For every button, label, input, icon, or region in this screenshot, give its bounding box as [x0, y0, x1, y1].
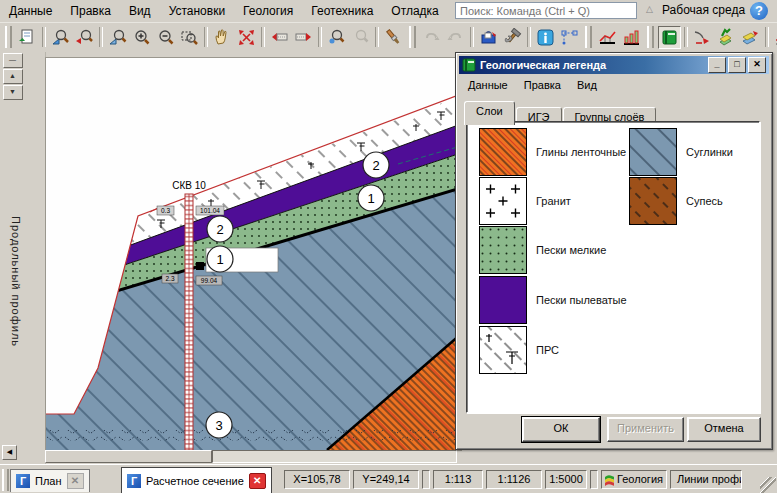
horizontal-scrollbar[interactable]: [45, 450, 457, 463]
window-resize-grip[interactable]: [760, 477, 776, 493]
menu-ustanovki[interactable]: Установки: [160, 1, 234, 21]
zoom-out-icon[interactable]: [154, 26, 177, 49]
borehole-label: СКВ 10: [172, 180, 206, 191]
pan-hand-icon[interactable]: [211, 26, 234, 49]
swatch-sand-fine: [479, 226, 527, 274]
zoom-selection-icon[interactable]: [325, 26, 348, 49]
zoom-previous-icon[interactable]: [73, 26, 96, 49]
dialog-menu-vid[interactable]: Вид: [569, 77, 605, 93]
command-search-input[interactable]: [455, 2, 637, 19]
apply-layers-icon[interactable]: [715, 26, 738, 49]
toolbar-separator: [42, 27, 46, 47]
geology-layers-icon: [605, 474, 614, 486]
dialog-menu-dannye[interactable]: Данные: [460, 77, 516, 93]
profile-arrow-icon[interactable]: [691, 26, 714, 49]
swatch-sandy-loam: [629, 177, 677, 225]
dialog-title: Геологическая легенда: [480, 59, 706, 71]
scale-plan-panel[interactable]: 1:5000: [545, 470, 587, 489]
menu-dannye[interactable]: Данные: [0, 1, 61, 21]
swatch-granite: [479, 177, 527, 225]
paste-profile-icon[interactable]: [16, 26, 39, 49]
toolbar-grip[interactable]: [585, 26, 592, 48]
legend-item-prs[interactable]: ПРС: [479, 326, 559, 374]
measure-icon[interactable]: [558, 26, 581, 49]
geology-mode-panel[interactable]: Геология: [601, 470, 667, 489]
ok-button[interactable]: ОК: [522, 417, 600, 442]
zoom-pointer-icon[interactable]: [106, 26, 129, 49]
zoom-in-icon[interactable]: [130, 26, 153, 49]
legend-label: Супесь: [686, 195, 723, 207]
toolbar-separator: [470, 27, 474, 47]
profile-drawing-canvas[interactable]: СКВ 10 0.3 101.04 2.3 99.04 2 1: [45, 57, 462, 451]
apply-button[interactable]: Применить: [607, 417, 684, 442]
scroll-down-icon[interactable]: ▼: [3, 85, 23, 100]
toolbar-grip[interactable]: [409, 26, 416, 48]
menu-geologiya[interactable]: Геология: [234, 1, 302, 21]
toolbar-grip[interactable]: [647, 26, 654, 48]
sample-marker[interactable]: [196, 262, 204, 270]
doc-tab-label: План: [35, 475, 62, 487]
menu-geotehnika[interactable]: Геотехника: [302, 1, 382, 21]
undo-icon[interactable]: [420, 26, 443, 49]
legend-item-banded-clay[interactable]: Глины ленточные: [479, 128, 626, 176]
profile-chart-icon[interactable]: [596, 26, 619, 49]
zoom-object-icon[interactable]: [49, 26, 72, 49]
close-tab-icon[interactable]: ✕: [249, 473, 266, 489]
zoom-extents-icon[interactable]: [235, 26, 258, 49]
profile-lines-panel[interactable]: Линии профилей: [670, 470, 742, 489]
legend-label: Суглинки: [686, 146, 733, 158]
edit-layers-icon[interactable]: [739, 26, 762, 49]
svg-text:2: 2: [216, 222, 223, 237]
toolbar-separator: [204, 27, 208, 47]
scale-horizontal-panel[interactable]: 1:1126: [486, 470, 542, 489]
toolbox-icon[interactable]: [477, 26, 500, 49]
doc-tab-raschetnoe-sechenie[interactable]: Г Расчетное сечение ✕: [121, 467, 272, 493]
repaint-brush-icon[interactable]: [382, 26, 405, 49]
menu-otladka[interactable]: Отладка: [382, 1, 447, 21]
line-arrow-icon[interactable]: [772, 26, 777, 49]
legend-item-granite[interactable]: Гранит: [479, 177, 571, 225]
legend-item-sandy-loam[interactable]: Супесь: [629, 177, 723, 225]
legend-label: ПРС: [536, 344, 559, 356]
section-layers: [46, 96, 461, 450]
toolbar-grip[interactable]: [5, 26, 12, 48]
workspace-dropdown[interactable]: Рабочая среда ▼: [662, 3, 756, 17]
geology-legend-book-icon[interactable]: [658, 26, 681, 49]
close-icon[interactable]: ✕: [748, 57, 766, 73]
svg-text:1: 1: [216, 252, 223, 267]
legend-item-sand-silty[interactable]: Пески пылеватые: [479, 276, 627, 324]
legend-item-loam[interactable]: Суглинки: [629, 128, 733, 176]
scroll-up-icon[interactable]: ▲: [3, 69, 23, 84]
cancel-button[interactable]: Отмена: [687, 417, 761, 442]
minimize-icon[interactable]: _: [708, 57, 726, 73]
close-tab-icon[interactable]: ✕: [67, 473, 84, 489]
help-icon[interactable]: ?: [750, 2, 768, 20]
legend-item-sand-fine[interactable]: Пески мелкие: [479, 226, 606, 274]
maximize-icon[interactable]: □: [728, 57, 746, 73]
doc-tab-plan[interactable]: Г План ✕: [10, 469, 90, 492]
toolbar-separator: [318, 27, 322, 47]
zoom-window-icon[interactable]: [178, 26, 201, 49]
segment-prev-icon[interactable]: [268, 26, 291, 49]
svg-text:99.04: 99.04: [201, 277, 218, 284]
columns-chart-icon[interactable]: [620, 26, 643, 49]
legend-label: Пески пылеватые: [536, 294, 627, 306]
hscroll-track[interactable]: [212, 450, 457, 463]
menu-vid[interactable]: Вид: [120, 1, 160, 21]
build-tools-icon[interactable]: [501, 26, 524, 49]
panel-collapse-button[interactable]: —: [3, 53, 23, 68]
dialog-menu-pravka[interactable]: Правка: [516, 77, 569, 93]
tab-sloi[interactable]: Слои: [464, 101, 515, 125]
object-info-icon[interactable]: [534, 26, 557, 49]
segment-next-icon[interactable]: [292, 26, 315, 49]
redo-icon[interactable]: [444, 26, 467, 49]
svg-text:2.3: 2.3: [165, 275, 174, 282]
vertical-scrollbar[interactable]: [25, 52, 46, 464]
scale-current-panel[interactable]: 1:113: [433, 470, 483, 489]
hscroll-thumb[interactable]: [45, 450, 212, 463]
zoom-inactive-icon[interactable]: [349, 26, 372, 49]
menu-pravka[interactable]: Правка: [61, 1, 120, 21]
search-expand-icon[interactable]: △: [646, 4, 653, 14]
dialog-title-bar[interactable]: Геологическая легенда _ □ ✕: [459, 56, 769, 74]
scroll-left-icon[interactable]: ◀: [2, 445, 17, 460]
